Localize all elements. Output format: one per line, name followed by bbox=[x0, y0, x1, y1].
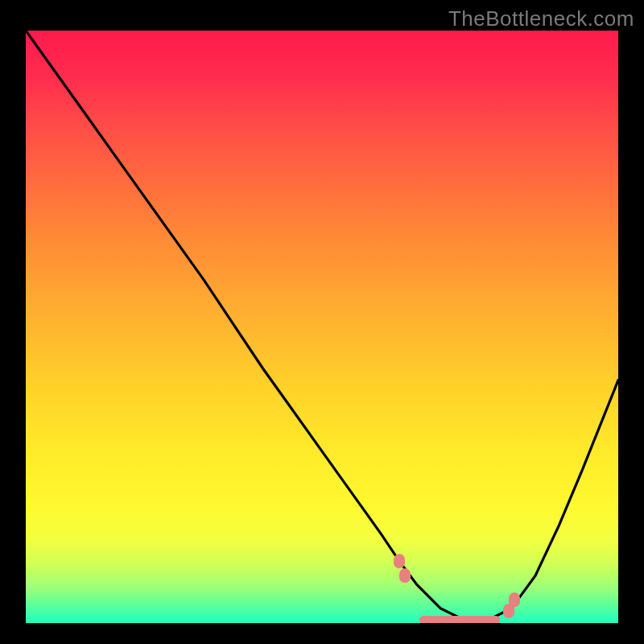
plot-area bbox=[26, 31, 618, 623]
curve-marker bbox=[509, 592, 520, 607]
chart-frame: TheBottleneck.com bbox=[0, 0, 644, 644]
curve-marker bbox=[399, 568, 411, 583]
curve-svg bbox=[26, 31, 618, 623]
flat-region-marker bbox=[419, 616, 499, 623]
curve-marker bbox=[394, 554, 405, 568]
bottleneck-curve bbox=[26, 31, 618, 620]
watermark-text: TheBottleneck.com bbox=[448, 6, 634, 31]
